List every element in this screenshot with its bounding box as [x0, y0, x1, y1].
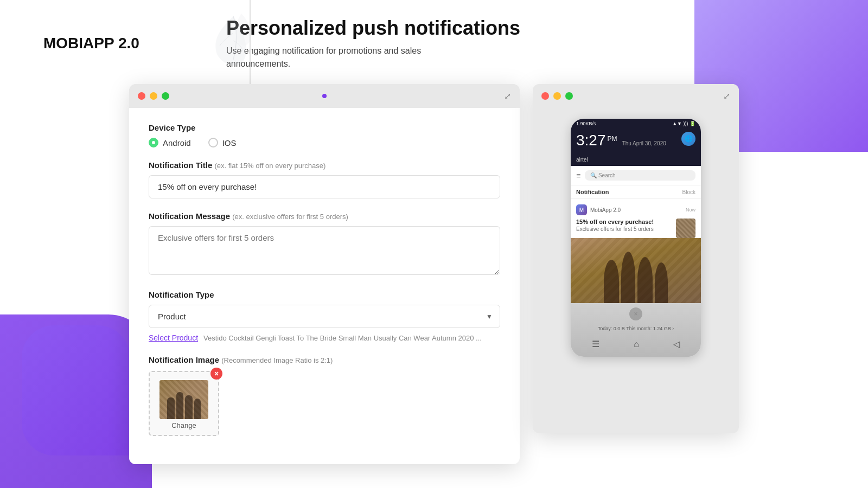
- silhouette-4: [655, 262, 668, 303]
- ios-radio[interactable]: IOS: [208, 138, 237, 147]
- form-content: Device Type Android IOS Notificati: [129, 108, 520, 464]
- phone-search-placeholder: Search: [598, 172, 616, 178]
- device-type-radio-group: Android IOS: [149, 138, 500, 147]
- notif-message-label: Notification Message (ex. exclusive offe…: [149, 211, 500, 221]
- notif-image-section: Notification Image (Recommended Image Ra…: [149, 355, 500, 436]
- header-divider: [250, 0, 251, 87]
- phone-time-row: 🌐 3:27 PM Thu April 30, 2020: [571, 129, 701, 155]
- phone-date: Thu April 30, 2020: [622, 140, 666, 146]
- maximize-dot[interactable]: [162, 92, 169, 100]
- phone-window-controls: [541, 92, 573, 100]
- form-titlebar: ⤢: [129, 84, 520, 108]
- phone-nav-bar: ☰ ⌂ ◁: [575, 336, 697, 352]
- notif-type-section: Notification Type Product General Catego…: [149, 290, 500, 342]
- device-type-label: Device Type: [149, 123, 500, 132]
- notif-image-hint: (Recommended Image Ratio is 2:1): [221, 356, 333, 364]
- notif-app-icon: M: [576, 204, 587, 215]
- close-dot[interactable]: [138, 92, 145, 100]
- phone-globe-icon: 🌐: [681, 132, 695, 146]
- phone-status-bar: 1.90KB/s ▲▼ ))) 🔋: [571, 119, 701, 129]
- silhouettes: [571, 238, 701, 303]
- phone-search-input[interactable]: 🔍 Search: [585, 170, 695, 181]
- notif-big-image: [571, 238, 701, 303]
- image-remove-button[interactable]: ×: [210, 368, 222, 380]
- silhouette-1: [604, 260, 619, 303]
- notif-app-time: Now: [686, 207, 695, 213]
- phone-nav-menu-icon[interactable]: ☰: [592, 339, 599, 349]
- window-center-dot: [322, 94, 327, 98]
- main-content: ⤢ Device Type Android IOS: [0, 84, 868, 488]
- phone-window-panel: ⤢ 1.90KB/s ▲▼ ))) 🔋 🌐 3:27 PM Thu April …: [533, 84, 739, 433]
- phone-bottom: × Today: 0.0 B This month: 1.24 GB › ☰ ⌂…: [571, 303, 701, 357]
- data-usage: Today: 0.0 B This month: 1.24 GB ›: [575, 326, 697, 331]
- phone-minimize-dot[interactable]: [553, 92, 561, 100]
- app-logo: MOBIAPP 2.0: [43, 35, 139, 52]
- window-controls: [138, 92, 169, 100]
- silhouette-2: [621, 252, 635, 303]
- notif-title-hint: (ex. flat 15% off on every purchase): [214, 162, 326, 170]
- minimize-dot[interactable]: [150, 92, 157, 100]
- select-product-link[interactable]: Select Product: [149, 333, 198, 342]
- notif-message-textarea[interactable]: [149, 226, 500, 275]
- page-subtitle: Use engaging notification for promotions…: [226, 44, 487, 70]
- android-radio[interactable]: Android: [149, 138, 191, 147]
- expand-icon[interactable]: ⤢: [504, 91, 511, 101]
- form-window-panel: ⤢ Device Type Android IOS: [129, 84, 520, 464]
- phone-carrier: airtel: [571, 155, 701, 166]
- notif-message-section: Notification Message (ex. exclusive offe…: [149, 211, 500, 277]
- android-label: Android: [163, 138, 191, 147]
- notif-type-select-wrapper: Product General Category ▼: [149, 305, 500, 328]
- silhouette-3: [637, 257, 653, 303]
- phone-search-icon: 🔍: [590, 172, 598, 178]
- page-title: Personalized push notifications: [226, 16, 520, 40]
- phone-status-left: 1.90KB/s: [576, 121, 596, 126]
- notif-title-input[interactable]: [149, 175, 500, 198]
- notif-image-label: Notification Image (Recommended Image Ra…: [149, 355, 500, 364]
- phone-nav-back-icon[interactable]: ◁: [673, 339, 680, 349]
- notification-card: M MobiApp 2.0 Now 15% off on every purch…: [571, 199, 701, 237]
- notif-thumbnail: [676, 219, 695, 238]
- select-product-row: Select Product Vestido Cocktail Gengli T…: [149, 333, 500, 342]
- android-radio-circle: [149, 138, 158, 147]
- ios-label: IOS: [222, 138, 237, 147]
- notification-header-title: Notification: [576, 189, 609, 195]
- notif-thumbnail-inner: [676, 219, 695, 238]
- block-button[interactable]: Block: [682, 189, 695, 195]
- leaf-decoration: [206, 11, 260, 65]
- notif-message-content: 15% off on every purchase! Exclusive off…: [576, 219, 695, 232]
- phone-time: 3:27: [576, 132, 606, 149]
- phone-titlebar: ⤢: [533, 84, 739, 108]
- notif-type-select[interactable]: Product General Category: [149, 305, 500, 328]
- phone-expand-icon[interactable]: ⤢: [723, 91, 730, 101]
- phone-search-bar: ≡ 🔍 Search: [571, 166, 701, 185]
- phone-menu-icon: ≡: [576, 171, 580, 180]
- change-image-button[interactable]: Change: [171, 421, 196, 429]
- phone-nav-home-icon[interactable]: ⌂: [634, 339, 639, 349]
- phone-close-dot[interactable]: [541, 92, 549, 100]
- notif-app-name: MobiApp 2.0: [590, 207, 621, 213]
- notif-title-label: Notification Title (ex. flat 15% off on …: [149, 160, 500, 170]
- ios-radio-circle: [208, 138, 218, 147]
- image-preview: [159, 380, 208, 419]
- header-text-block: Personalized push notifications Use enga…: [226, 16, 520, 70]
- device-type-section: Device Type Android IOS: [149, 123, 500, 147]
- data-close-circle[interactable]: ×: [629, 307, 642, 320]
- selected-product-text: Vestido Cocktail Gengli Toast To The Bri…: [203, 334, 482, 342]
- phone-mockup: 1.90KB/s ▲▼ ))) 🔋 🌐 3:27 PM Thu April 30…: [571, 119, 701, 357]
- notification-header: Notification Block: [571, 185, 701, 199]
- phone-maximize-dot[interactable]: [565, 92, 573, 100]
- data-close-button-wrapper: ×: [575, 307, 697, 320]
- phone-status-right: ▲▼ ))) 🔋: [672, 121, 695, 126]
- phone-time-suffix: PM: [608, 135, 617, 143]
- notif-message-hint: (ex. exclusive offers for first 5 orders…: [232, 213, 348, 221]
- notif-app-row: M MobiApp 2.0 Now: [576, 204, 695, 215]
- image-upload-box[interactable]: × Change: [149, 371, 219, 436]
- phone-content: 1.90KB/s ▲▼ ))) 🔋 🌐 3:27 PM Thu April 30…: [533, 108, 739, 433]
- notif-type-label: Notification Type: [149, 290, 500, 299]
- notif-title-section: Notification Title (ex. flat 15% off on …: [149, 160, 500, 198]
- page-header: MOBIAPP 2.0 Personalized push notificati…: [0, 0, 868, 87]
